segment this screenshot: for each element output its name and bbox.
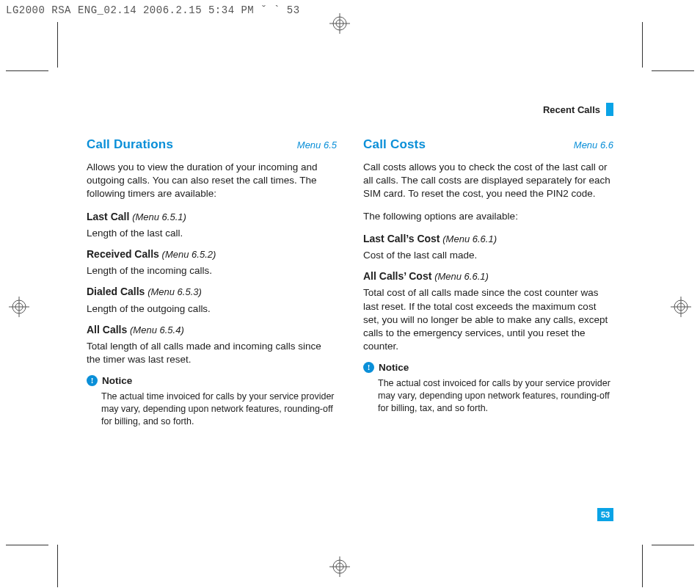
notice-label: Notice — [379, 361, 409, 374]
subsection: All Calls’ Cost (Menu 6.6.1) Total cost … — [363, 269, 613, 353]
notice-icon: ! — [363, 362, 374, 373]
subsection-ref: (Menu 6.6.1) — [442, 233, 497, 244]
header-accent-icon — [606, 103, 613, 116]
subsection: Last Call’s Cost (Menu 6.6.1) Cost of th… — [363, 232, 613, 262]
subsection-title: Dialed Calls — [87, 286, 145, 297]
section-title: Call Durations — [87, 137, 173, 153]
crop-mark — [642, 22, 643, 68]
section-intro: Call costs allows you to check the cost … — [363, 161, 613, 201]
crop-mark — [642, 545, 643, 587]
crop-mark — [652, 545, 694, 545]
page-header: Recent Calls — [543, 103, 613, 116]
notice-icon: ! — [87, 375, 98, 386]
section-title: Call Costs — [363, 137, 426, 153]
content-area: Call Durations Menu 6.5 Allows you to vi… — [87, 137, 613, 507]
registration-mark-icon — [671, 297, 691, 317]
section-heading: Call Costs Menu 6.6 — [363, 137, 613, 153]
subsection-ref: (Menu 6.5.4) — [130, 324, 184, 335]
crop-mark — [652, 70, 694, 71]
subsection: Dialed Calls (Menu 6.5.3) Length of the … — [87, 285, 337, 315]
subsection-body: Length of the outgoing calls. — [87, 302, 337, 316]
section-intro: The following options are available: — [363, 210, 613, 223]
column-right: Call Costs Menu 6.6 Call costs allows yo… — [363, 137, 613, 507]
notice-text: The actual cost invoiced for calls by yo… — [378, 377, 613, 415]
crop-mark — [6, 70, 48, 71]
subsection-title: Last Call — [87, 211, 129, 222]
subsection-body: Total length of all calls made and incom… — [87, 340, 337, 366]
subsection-title: All Calls — [87, 324, 127, 335]
subsection: All Calls (Menu 6.5.4) Total length of a… — [87, 323, 337, 367]
registration-mark-icon — [329, 556, 350, 577]
subsection: Received Calls (Menu 6.5.2) Length of th… — [87, 247, 337, 277]
crop-mark — [57, 545, 58, 587]
subsection-ref: (Menu 6.5.2) — [162, 249, 216, 260]
subsection-ref: (Menu 6.5.3) — [147, 286, 202, 297]
column-left: Call Durations Menu 6.5 Allows you to vi… — [87, 137, 337, 507]
print-meta-line: LG2000 RSA ENG_02.14 2006.2.15 5:34 PM ˘… — [6, 4, 300, 16]
page-header-title: Recent Calls — [543, 104, 600, 115]
notice-heading: ! Notice — [363, 361, 613, 374]
notice-heading: ! Notice — [87, 374, 337, 388]
subsection-body: Total cost of all calls made since the c… — [363, 286, 613, 353]
subsection-body: Cost of the last call made. — [363, 249, 613, 262]
subsection-body: Length of the incoming calls. — [87, 264, 337, 277]
section-menu-ref: Menu 6.6 — [574, 139, 613, 152]
subsection-title: Received Calls — [87, 248, 159, 260]
subsection-ref: (Menu 6.5.1) — [132, 211, 186, 222]
notice-text: The actual time invoiced for calls by yo… — [101, 391, 337, 428]
subsection-title: Last Call’s Cost — [363, 233, 440, 244]
page-number-badge: 53 — [597, 508, 613, 521]
section-menu-ref: Menu 6.5 — [297, 139, 337, 152]
registration-mark-icon — [329, 13, 350, 34]
subsection: Last Call (Menu 6.5.1) Length of the las… — [87, 210, 337, 240]
registration-mark-icon — [9, 297, 29, 317]
notice-label: Notice — [102, 374, 132, 388]
subsection-body: Length of the last call. — [87, 227, 337, 240]
subsection-title: All Calls’ Cost — [363, 270, 431, 282]
section-heading: Call Durations Menu 6.5 — [87, 137, 337, 153]
crop-mark — [57, 22, 58, 68]
subsection-ref: (Menu 6.6.1) — [434, 271, 489, 282]
section-intro: Allows you to view the duration of your … — [87, 161, 337, 201]
crop-mark — [6, 545, 48, 545]
